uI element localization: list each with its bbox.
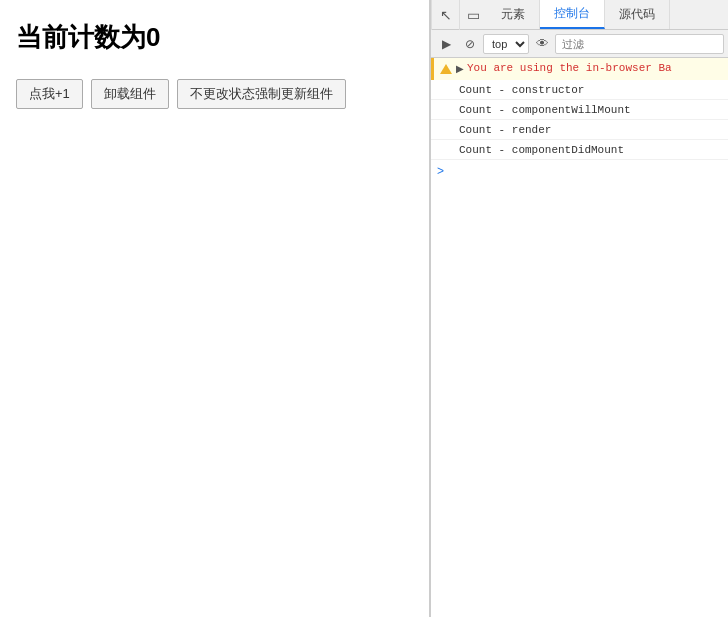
console-output: ▶ You are using the in-browser Ba Count … (431, 58, 728, 617)
clear-icon[interactable]: ⊘ (459, 33, 481, 55)
run-icon[interactable]: ▶ (435, 33, 457, 55)
elements-tab[interactable]: 元素 (487, 0, 540, 29)
cursor-icon[interactable]: ↖ (431, 0, 459, 30)
sources-tab[interactable]: 源代码 (605, 0, 670, 29)
eye-icon[interactable]: 👁 (531, 33, 553, 55)
prompt-arrow-icon[interactable]: > (437, 164, 444, 178)
button-row: 点我+1 卸载组件 不更改状态强制更新组件 (16, 79, 413, 109)
devtools-panel: ↖ ▭ 元素 控制台 源代码 ▶ ⊘ top 👁 ▶ You are using… (430, 0, 728, 617)
unmount-button[interactable]: 卸载组件 (91, 79, 169, 109)
console-prompt-row: > (431, 160, 728, 182)
log-text-4: Count - componentDidMount (459, 144, 624, 156)
page-title: 当前计数为0 (16, 20, 413, 55)
devtools-tabs-bar: ↖ ▭ 元素 控制台 源代码 (431, 0, 728, 30)
log-text-3: Count - render (459, 124, 551, 136)
device-icon[interactable]: ▭ (459, 0, 487, 30)
warning-row: ▶ You are using the in-browser Ba (431, 58, 728, 80)
left-panel: 当前计数为0 点我+1 卸载组件 不更改状态强制更新组件 (0, 0, 430, 617)
filter-input[interactable] (555, 34, 724, 54)
warning-triangle-icon (440, 64, 452, 74)
log-row-3: Count - render (431, 120, 728, 140)
expand-arrow-icon[interactable]: ▶ (456, 63, 464, 74)
warning-text: You are using the in-browser Ba (467, 62, 672, 74)
log-text-1: Count - constructor (459, 84, 584, 96)
log-row-4: Count - componentDidMount (431, 140, 728, 160)
log-row-1: Count - constructor (431, 80, 728, 100)
context-select[interactable]: top (483, 34, 529, 54)
force-update-button[interactable]: 不更改状态强制更新组件 (177, 79, 346, 109)
console-tab[interactable]: 控制台 (540, 0, 605, 29)
increment-button[interactable]: 点我+1 (16, 79, 83, 109)
devtools-toolbar: ▶ ⊘ top 👁 (431, 30, 728, 58)
log-row-2: Count - componentWillMount (431, 100, 728, 120)
log-text-2: Count - componentWillMount (459, 104, 631, 116)
